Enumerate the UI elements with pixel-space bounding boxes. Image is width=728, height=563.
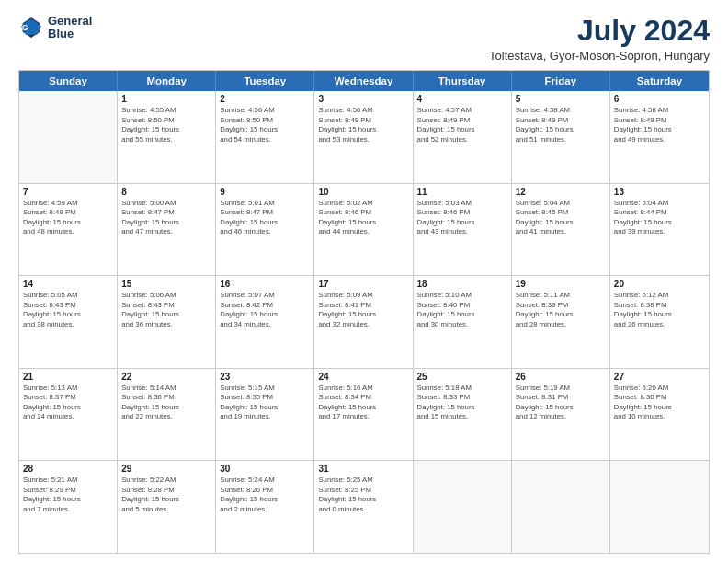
cell-line: Sunset: 8:29 PM [23, 486, 113, 496]
cell-line: Daylight: 15 hours [614, 125, 705, 135]
cell-line: Daylight: 15 hours [516, 218, 606, 228]
calendar-cell: 3Sunrise: 4:56 AMSunset: 8:49 PMDaylight… [314, 91, 413, 183]
weekday-header: Tuesday [216, 71, 314, 91]
cell-line: Daylight: 15 hours [220, 403, 310, 413]
logo: G General Blue [18, 15, 92, 41]
calendar-cell: 6Sunrise: 4:58 AMSunset: 8:48 PMDaylight… [610, 91, 709, 183]
calendar-cell: 23Sunrise: 5:15 AMSunset: 8:35 PMDayligh… [216, 369, 314, 461]
cell-line: and 26 minutes. [614, 320, 705, 330]
day-number: 8 [121, 187, 211, 197]
calendar-cell: 13Sunrise: 5:04 AMSunset: 8:44 PMDayligh… [610, 184, 709, 276]
calendar-cell [512, 461, 610, 553]
day-number: 30 [220, 464, 310, 474]
day-number: 16 [220, 279, 310, 289]
day-number: 24 [318, 372, 408, 382]
cell-line: and 12 minutes. [516, 412, 606, 422]
cell-line: Daylight: 15 hours [516, 125, 606, 135]
calendar-row: 28Sunrise: 5:21 AMSunset: 8:29 PMDayligh… [19, 460, 709, 553]
cell-line: Daylight: 15 hours [516, 403, 606, 413]
cell-line: and 5 minutes. [121, 505, 211, 515]
cell-line: Daylight: 15 hours [121, 218, 211, 228]
cell-line: Sunrise: 5:19 AM [516, 384, 606, 394]
cell-line: Daylight: 15 hours [417, 310, 507, 320]
cell-line: Sunrise: 5:07 AM [220, 291, 310, 301]
cell-line: and 24 minutes. [23, 412, 113, 422]
cell-line: Sunrise: 5:21 AM [23, 476, 113, 486]
cell-line: Sunset: 8:43 PM [121, 301, 211, 311]
cell-line: Daylight: 15 hours [318, 218, 408, 228]
cell-line: Sunset: 8:33 PM [417, 393, 507, 403]
cell-line: Sunrise: 5:18 AM [417, 384, 507, 394]
calendar-cell [414, 461, 512, 553]
cell-line: and 19 minutes. [220, 412, 310, 422]
cell-line: Daylight: 15 hours [23, 310, 113, 320]
cell-line: Sunset: 8:35 PM [220, 393, 310, 403]
calendar-cell: 15Sunrise: 5:06 AMSunset: 8:43 PMDayligh… [118, 276, 216, 368]
cell-line: and 46 minutes. [220, 227, 310, 237]
day-number: 13 [614, 187, 705, 197]
cell-line: Sunrise: 5:15 AM [220, 384, 310, 394]
cell-line: Sunset: 8:50 PM [121, 116, 211, 126]
cell-line: Daylight: 15 hours [614, 403, 705, 413]
day-number: 4 [417, 94, 507, 104]
day-number: 12 [516, 187, 606, 197]
day-number: 3 [318, 94, 408, 104]
day-number: 22 [121, 372, 211, 382]
cell-line: Daylight: 15 hours [121, 125, 211, 135]
cell-line: Sunrise: 5:16 AM [318, 384, 408, 394]
day-number: 20 [614, 279, 705, 289]
cell-line: Sunrise: 5:04 AM [614, 199, 705, 209]
cell-line: and 39 minutes. [614, 227, 705, 237]
calendar-cell: 9Sunrise: 5:01 AMSunset: 8:47 PMDaylight… [216, 184, 314, 276]
cell-line: Sunset: 8:38 PM [614, 301, 705, 311]
cell-line: Sunset: 8:45 PM [516, 208, 606, 218]
cell-line: Sunset: 8:28 PM [121, 486, 211, 496]
cell-line: Sunset: 8:31 PM [516, 393, 606, 403]
day-number: 26 [516, 372, 606, 382]
calendar-body: 1Sunrise: 4:55 AMSunset: 8:50 PMDaylight… [19, 91, 709, 553]
cell-line: and 15 minutes. [417, 412, 507, 422]
calendar-row: 21Sunrise: 5:13 AMSunset: 8:37 PMDayligh… [19, 368, 709, 461]
cell-line: Sunset: 8:43 PM [23, 301, 113, 311]
calendar-cell: 24Sunrise: 5:16 AMSunset: 8:34 PMDayligh… [314, 369, 413, 461]
cell-line: Sunset: 8:49 PM [318, 116, 408, 126]
cell-line: Sunset: 8:42 PM [220, 301, 310, 311]
calendar-cell: 28Sunrise: 5:21 AMSunset: 8:29 PMDayligh… [19, 461, 118, 553]
cell-line: Sunrise: 5:25 AM [318, 476, 408, 486]
calendar-cell: 8Sunrise: 5:00 AMSunset: 8:47 PMDaylight… [118, 184, 216, 276]
cell-line: and 36 minutes. [121, 320, 211, 330]
calendar-cell: 10Sunrise: 5:02 AMSunset: 8:46 PMDayligh… [314, 184, 413, 276]
calendar-cell [610, 461, 709, 553]
day-number: 7 [23, 187, 113, 197]
cell-line: and 49 minutes. [614, 135, 705, 145]
calendar-cell: 27Sunrise: 5:20 AMSunset: 8:30 PMDayligh… [610, 369, 709, 461]
cell-line: Daylight: 15 hours [220, 218, 310, 228]
cell-line: and 0 minutes. [318, 505, 408, 515]
cell-line: Daylight: 15 hours [220, 310, 310, 320]
day-number: 11 [417, 187, 507, 197]
cell-line: Daylight: 15 hours [318, 403, 408, 413]
day-number: 15 [121, 279, 211, 289]
day-number: 1 [121, 94, 211, 104]
calendar-cell: 21Sunrise: 5:13 AMSunset: 8:37 PMDayligh… [19, 369, 118, 461]
cell-line: Daylight: 15 hours [220, 125, 310, 135]
cell-line: Sunrise: 5:14 AM [121, 384, 211, 394]
calendar-cell: 11Sunrise: 5:03 AMSunset: 8:46 PMDayligh… [414, 184, 512, 276]
day-number: 14 [23, 279, 113, 289]
cell-line: Daylight: 15 hours [220, 495, 310, 505]
calendar-cell [19, 91, 118, 183]
svg-text:G: G [22, 23, 28, 32]
cell-line: Sunrise: 4:56 AM [220, 106, 310, 116]
cell-line: and 17 minutes. [318, 412, 408, 422]
cell-line: Daylight: 15 hours [23, 403, 113, 413]
calendar-row: 1Sunrise: 4:55 AMSunset: 8:50 PMDaylight… [19, 91, 709, 183]
cell-line: and 55 minutes. [121, 135, 211, 145]
cell-line: Daylight: 15 hours [121, 403, 211, 413]
calendar-cell: 25Sunrise: 5:18 AMSunset: 8:33 PMDayligh… [414, 369, 512, 461]
calendar-cell: 14Sunrise: 5:05 AMSunset: 8:43 PMDayligh… [19, 276, 118, 368]
cell-line: Sunrise: 5:20 AM [614, 384, 705, 394]
cell-line: Sunset: 8:48 PM [614, 116, 705, 126]
cell-line: and 32 minutes. [318, 320, 408, 330]
cell-line: Sunset: 8:41 PM [318, 301, 408, 311]
cell-line: Daylight: 15 hours [417, 403, 507, 413]
